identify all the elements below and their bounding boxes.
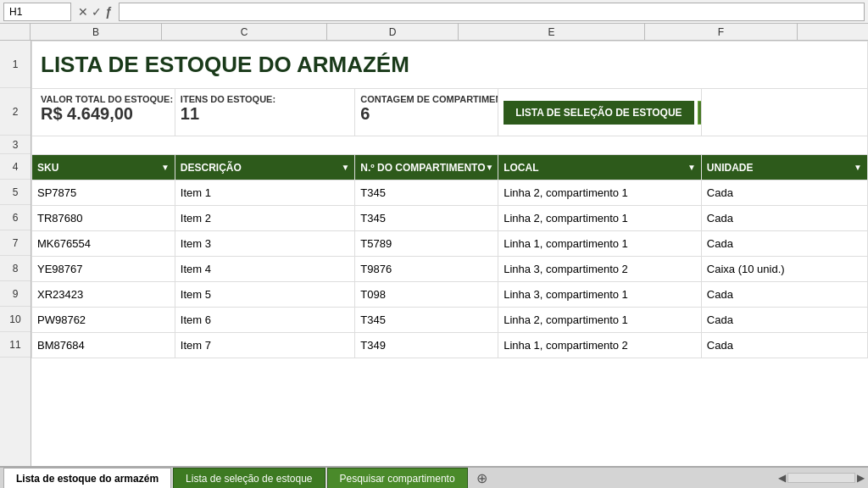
empty-cell — [32, 136, 868, 155]
formula-icons: ✕ ✓ ƒ — [75, 5, 115, 19]
col-header-b[interactable]: B — [31, 24, 162, 40]
cell-desc-3: Item 4 — [175, 257, 354, 282]
stats-bincount-value: 6 — [360, 104, 492, 124]
cell-sku-5: PW98762 — [32, 308, 175, 333]
app-wrapper: ✕ ✓ ƒ B C D E F 1 2 3 4 5 6 7 8 9 — [0, 0, 868, 488]
row-num-2: 2 — [0, 88, 31, 136]
spreadsheet-table: LISTA DE ESTOQUE DO ARMAZÉM VALOR TOTAL … — [31, 41, 868, 358]
scroll-right-icon[interactable]: ▶ — [857, 472, 865, 484]
bin-dropdown-icon[interactable]: ▼ — [486, 163, 494, 172]
row-num-9: 9 — [0, 281, 31, 307]
row-numbers: 1 2 3 4 5 6 7 8 9 10 11 — [0, 41, 31, 466]
row-num-7: 7 — [0, 230, 31, 256]
cell-bin-1: T345 — [355, 206, 498, 231]
cell-unit-6: Cada — [701, 333, 867, 358]
add-tab-button[interactable]: ⊕ — [470, 470, 494, 486]
stats-bincount-label: CONTAGEM DE COMPARTIMENTO: — [360, 94, 492, 104]
cell-local-2: Linha 1, compartimento 1 — [498, 231, 702, 257]
stats-total-label: VALOR TOTAL DO ESTOQUE: — [41, 94, 170, 104]
header-local: LOCAL ▼ — [498, 155, 702, 180]
desc-dropdown-icon[interactable]: ▼ — [341, 163, 349, 172]
function-icon[interactable]: ƒ — [105, 5, 112, 19]
cell-desc-5: Item 6 — [175, 308, 354, 333]
column-headers: B C D E F — [0, 24, 868, 41]
cell-bin-6: T349 — [355, 333, 498, 358]
table-row: XR23423 Item 5 T098 Linha 3, compartimen… — [32, 282, 868, 308]
header-bin-label: N.º DO COMPARTIMENTO — [360, 162, 485, 174]
stats-total: VALOR TOTAL DO ESTOQUE: R$ 4.649,00 — [32, 89, 175, 136]
row-num-10: 10 — [0, 307, 31, 332]
row-num-3: 3 — [0, 136, 31, 154]
stats-empty — [701, 89, 867, 136]
stats-items-label: ITENS DO ESTOQUE: — [181, 94, 349, 104]
formula-bar: ✕ ✓ ƒ — [0, 0, 868, 24]
cell-bin-4: T098 — [355, 282, 498, 308]
table-row: TR87680 Item 2 T345 Linha 2, compartimen… — [32, 206, 868, 231]
header-unit-label: UNIDADE — [707, 162, 754, 174]
cell-local-0: Linha 2, compartimento 1 — [498, 180, 702, 206]
row-num-4: 4 — [0, 154, 31, 180]
main-content: 1 2 3 4 5 6 7 8 9 10 11 — [0, 41, 868, 466]
cell-bin-0: T345 — [355, 180, 498, 206]
row-num-5: 5 — [0, 180, 31, 205]
sku-dropdown-icon[interactable]: ▼ — [161, 163, 170, 172]
tab-warehouse-list[interactable]: Lista de estoque do armazém — [3, 468, 171, 488]
row-num-11: 11 — [0, 332, 31, 358]
button-container: LISTA DE SELEÇÃO DE ESTOQUE PESQUISAR CO… — [504, 101, 696, 125]
local-dropdown-icon[interactable]: ▼ — [687, 163, 696, 172]
stats-buttons-cell: LISTA DE SELEÇÃO DE ESTOQUE PESQUISAR CO… — [498, 89, 702, 136]
header-desc-label: DESCRIÇÃO — [181, 162, 242, 174]
cell-sku-2: MK676554 — [32, 231, 175, 257]
cell-sku-1: TR87680 — [32, 206, 175, 231]
cell-unit-0: Cada — [701, 180, 867, 206]
table-row: MK676554 Item 3 T5789 Linha 1, compartim… — [32, 231, 868, 257]
cell-sku-0: SP7875 — [32, 180, 175, 206]
col-header-f[interactable]: F — [645, 24, 798, 40]
grid: LISTA DE ESTOQUE DO ARMAZÉM VALOR TOTAL … — [31, 41, 868, 466]
scroll-left-icon[interactable]: ◀ — [778, 472, 786, 484]
stats-total-value: R$ 4.649,00 — [41, 104, 170, 124]
select-inventory-button[interactable]: LISTA DE SELEÇÃO DE ESTOQUE — [504, 101, 693, 125]
cell-unit-5: Cada — [701, 308, 867, 333]
header-sku-label: SKU — [37, 162, 58, 174]
empty-row — [32, 136, 868, 155]
confirm-icon[interactable]: ✓ — [92, 5, 102, 19]
col-header-c[interactable]: C — [162, 24, 327, 40]
cell-unit-1: Cada — [701, 206, 867, 231]
cell-sku-6: BM87684 — [32, 333, 175, 358]
row-num-1: 1 — [0, 41, 31, 88]
stats-items-value: 11 — [181, 104, 349, 124]
corner-cell — [0, 24, 31, 40]
scroll-controls: ◀ ▶ — [778, 472, 865, 484]
stats-bin-count: CONTAGEM DE COMPARTIMENTO: 6 — [355, 89, 498, 136]
cell-desc-0: Item 1 — [175, 180, 354, 206]
formula-input[interactable] — [119, 3, 865, 21]
cell-desc-6: Item 7 — [175, 333, 354, 358]
cell-local-1: Linha 2, compartimento 1 — [498, 206, 702, 231]
table-row: YE98767 Item 4 T9876 Linha 3, compartime… — [32, 257, 868, 282]
horizontal-scrollbar[interactable] — [787, 473, 855, 483]
header-local-label: LOCAL — [504, 162, 538, 174]
row-num-8: 8 — [0, 256, 31, 281]
table-row: SP7875 Item 1 T345 Linha 2, compartiment… — [32, 180, 868, 206]
col-header-d[interactable]: D — [327, 24, 459, 40]
col-header-e[interactable]: E — [459, 24, 645, 40]
title-row: LISTA DE ESTOQUE DO ARMAZÉM — [32, 42, 868, 89]
tab-selection-list[interactable]: Lista de seleção de estoque — [173, 468, 325, 488]
row-num-6: 6 — [0, 205, 31, 230]
header-desc: DESCRIÇÃO ▼ — [175, 155, 354, 180]
cell-bin-5: T345 — [355, 308, 498, 333]
cell-desc-2: Item 3 — [175, 231, 354, 257]
tab-bar: Lista de estoque do armazém Lista de sel… — [0, 466, 868, 488]
title-cell: LISTA DE ESTOQUE DO ARMAZÉM — [32, 42, 868, 89]
cell-desc-1: Item 2 — [175, 206, 354, 231]
header-bin: N.º DO COMPARTIMENTO ▼ — [355, 155, 498, 180]
table-header-row: SKU ▼ DESCRIÇÃO ▼ N.º DO — [32, 155, 868, 180]
search-bin-button[interactable]: PESQUISAR COMPARTIMENTO — [698, 101, 702, 125]
stats-items: ITENS DO ESTOQUE: 11 — [175, 89, 354, 136]
tab-search-bin[interactable]: Pesquisar compartimento — [327, 468, 468, 488]
unit-dropdown-icon[interactable]: ▼ — [854, 163, 862, 172]
cancel-icon[interactable]: ✕ — [78, 5, 88, 19]
name-box[interactable] — [3, 3, 71, 21]
cell-local-6: Linha 1, compartimento 2 — [498, 333, 702, 358]
